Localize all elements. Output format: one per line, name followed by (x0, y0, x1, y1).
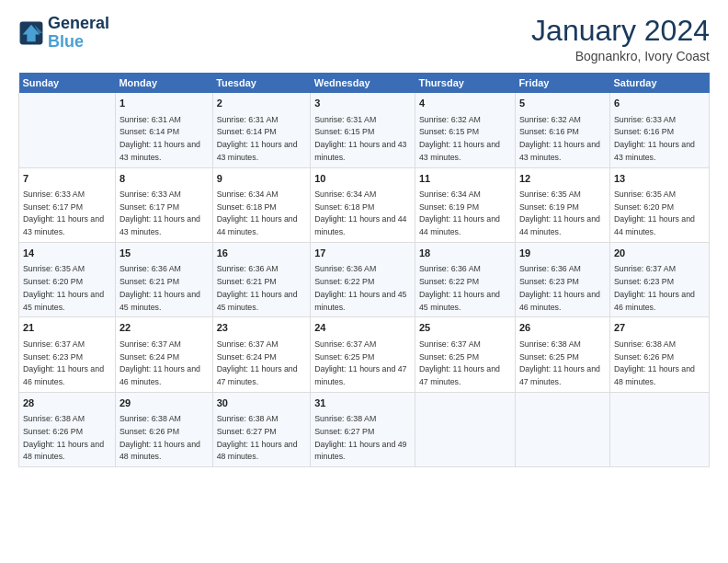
day-number: 30 (217, 396, 307, 410)
logo-icon (18, 20, 44, 46)
day-cell: 8Sunrise: 6:33 AMSunset: 6:17 PMDaylight… (115, 167, 212, 242)
day-header: Sunday (19, 73, 116, 93)
day-number: 26 (519, 321, 606, 335)
cell-content: Sunrise: 6:37 AMSunset: 6:25 PMDaylight:… (419, 339, 500, 386)
day-cell (19, 93, 116, 167)
day-cell: 26Sunrise: 6:38 AMSunset: 6:25 PMDayligh… (515, 317, 609, 392)
day-number: 9 (217, 172, 307, 186)
day-number: 3 (314, 97, 411, 110)
day-cell: 10Sunrise: 6:34 AMSunset: 6:18 PMDayligh… (311, 167, 415, 242)
day-number: 29 (119, 396, 209, 410)
day-cell: 4Sunrise: 6:32 AMSunset: 6:15 PMDaylight… (415, 93, 515, 167)
day-cell: 28Sunrise: 6:38 AMSunset: 6:26 PMDayligh… (19, 392, 116, 466)
day-cell: 11Sunrise: 6:34 AMSunset: 6:19 PMDayligh… (415, 167, 515, 242)
day-cell: 9Sunrise: 6:34 AMSunset: 6:18 PMDaylight… (212, 167, 311, 242)
cell-content: Sunrise: 6:38 AMSunset: 6:27 PMDaylight:… (314, 414, 406, 461)
cell-content: Sunrise: 6:36 AMSunset: 6:22 PMDaylight:… (419, 264, 500, 311)
week-row: 1Sunrise: 6:31 AMSunset: 6:14 PMDaylight… (19, 93, 710, 167)
cell-content: Sunrise: 6:32 AMSunset: 6:15 PMDaylight:… (419, 115, 500, 162)
day-cell: 24Sunrise: 6:37 AMSunset: 6:25 PMDayligh… (311, 317, 415, 392)
day-number: 14 (23, 247, 111, 260)
day-cell: 23Sunrise: 6:37 AMSunset: 6:24 PMDayligh… (212, 317, 311, 392)
day-number: 17 (314, 247, 411, 260)
cell-content: Sunrise: 6:33 AMSunset: 6:16 PMDaylight:… (614, 115, 695, 162)
day-number: 19 (519, 247, 606, 260)
day-cell: 22Sunrise: 6:37 AMSunset: 6:24 PMDayligh… (115, 317, 212, 392)
day-header: Saturday (609, 73, 709, 93)
day-number: 5 (519, 97, 606, 110)
day-cell: 15Sunrise: 6:36 AMSunset: 6:21 PMDayligh… (115, 242, 212, 316)
week-row: 7Sunrise: 6:33 AMSunset: 6:17 PMDaylight… (19, 167, 710, 242)
cell-content: Sunrise: 6:36 AMSunset: 6:21 PMDaylight:… (119, 264, 200, 311)
week-row: 14Sunrise: 6:35 AMSunset: 6:20 PMDayligh… (19, 242, 710, 316)
header: General Blue January 2024 Bognankro, Ivo… (18, 15, 710, 63)
day-number: 28 (23, 396, 111, 410)
page: General Blue January 2024 Bognankro, Ivo… (0, 0, 728, 563)
month-title: January 2024 (531, 15, 710, 47)
day-cell: 14Sunrise: 6:35 AMSunset: 6:20 PMDayligh… (19, 242, 116, 316)
day-number: 11 (419, 172, 511, 186)
day-number: 10 (314, 172, 411, 186)
day-header: Wednesday (311, 73, 415, 93)
day-header: Monday (115, 73, 212, 93)
day-number: 12 (519, 172, 606, 186)
day-header: Friday (515, 73, 609, 93)
calendar-table: SundayMondayTuesdayWednesdayThursdayFrid… (18, 73, 710, 467)
week-row: 28Sunrise: 6:38 AMSunset: 6:26 PMDayligh… (19, 392, 710, 466)
day-number: 18 (419, 247, 511, 260)
cell-content: Sunrise: 6:34 AMSunset: 6:18 PMDaylight:… (217, 190, 298, 236)
day-number: 25 (419, 321, 511, 335)
day-number: 16 (217, 247, 307, 260)
day-cell: 18Sunrise: 6:36 AMSunset: 6:22 PMDayligh… (415, 242, 515, 316)
day-number: 23 (217, 321, 307, 335)
day-cell: 12Sunrise: 6:35 AMSunset: 6:19 PMDayligh… (515, 167, 609, 242)
day-number: 22 (119, 321, 209, 335)
cell-content: Sunrise: 6:35 AMSunset: 6:19 PMDaylight:… (519, 190, 600, 236)
day-number: 15 (119, 247, 209, 260)
day-cell: 21Sunrise: 6:37 AMSunset: 6:23 PMDayligh… (19, 317, 116, 392)
cell-content: Sunrise: 6:37 AMSunset: 6:24 PMDaylight:… (119, 339, 200, 386)
day-number: 8 (119, 172, 209, 186)
day-number: 20 (614, 247, 705, 260)
cell-content: Sunrise: 6:38 AMSunset: 6:26 PMDaylight:… (614, 339, 695, 386)
day-cell: 17Sunrise: 6:36 AMSunset: 6:22 PMDayligh… (311, 242, 415, 316)
cell-content: Sunrise: 6:35 AMSunset: 6:20 PMDaylight:… (23, 264, 104, 311)
day-cell: 6Sunrise: 6:33 AMSunset: 6:16 PMDaylight… (609, 93, 709, 167)
logo-line1: General (48, 15, 109, 33)
cell-content: Sunrise: 6:38 AMSunset: 6:26 PMDaylight:… (23, 414, 104, 461)
day-number: 2 (217, 97, 307, 110)
logo-text: General Blue (48, 15, 109, 52)
cell-content: Sunrise: 6:31 AMSunset: 6:14 PMDaylight:… (119, 115, 200, 162)
day-number: 31 (314, 396, 411, 410)
day-cell: 29Sunrise: 6:38 AMSunset: 6:26 PMDayligh… (115, 392, 212, 466)
day-number: 21 (23, 321, 111, 335)
cell-content: Sunrise: 6:37 AMSunset: 6:23 PMDaylight:… (614, 264, 695, 311)
cell-content: Sunrise: 6:34 AMSunset: 6:19 PMDaylight:… (419, 190, 500, 236)
cell-content: Sunrise: 6:37 AMSunset: 6:23 PMDaylight:… (23, 339, 104, 386)
day-number: 7 (23, 172, 111, 186)
day-cell: 13Sunrise: 6:35 AMSunset: 6:20 PMDayligh… (609, 167, 709, 242)
title-block: January 2024 Bognankro, Ivory Coast (531, 15, 710, 63)
day-cell: 16Sunrise: 6:36 AMSunset: 6:21 PMDayligh… (212, 242, 311, 316)
day-number: 13 (614, 172, 705, 186)
day-cell (609, 392, 709, 466)
day-header: Tuesday (212, 73, 311, 93)
day-cell: 20Sunrise: 6:37 AMSunset: 6:23 PMDayligh… (609, 242, 709, 316)
cell-content: Sunrise: 6:38 AMSunset: 6:25 PMDaylight:… (519, 339, 600, 386)
week-row: 21Sunrise: 6:37 AMSunset: 6:23 PMDayligh… (19, 317, 710, 392)
cell-content: Sunrise: 6:34 AMSunset: 6:18 PMDaylight:… (314, 190, 406, 236)
day-header: Thursday (415, 73, 515, 93)
cell-content: Sunrise: 6:37 AMSunset: 6:25 PMDaylight:… (314, 339, 406, 386)
day-cell: 7Sunrise: 6:33 AMSunset: 6:17 PMDaylight… (19, 167, 116, 242)
day-cell: 3Sunrise: 6:31 AMSunset: 6:15 PMDaylight… (311, 93, 415, 167)
day-cell: 25Sunrise: 6:37 AMSunset: 6:25 PMDayligh… (415, 317, 515, 392)
day-number: 24 (314, 321, 411, 335)
day-cell (515, 392, 609, 466)
day-number: 4 (419, 97, 511, 110)
cell-content: Sunrise: 6:35 AMSunset: 6:20 PMDaylight:… (614, 190, 695, 236)
subtitle: Bognankro, Ivory Coast (531, 49, 710, 63)
day-cell (415, 392, 515, 466)
cell-content: Sunrise: 6:31 AMSunset: 6:14 PMDaylight:… (217, 115, 298, 162)
cell-content: Sunrise: 6:37 AMSunset: 6:24 PMDaylight:… (217, 339, 298, 386)
cell-content: Sunrise: 6:32 AMSunset: 6:16 PMDaylight:… (519, 115, 600, 162)
